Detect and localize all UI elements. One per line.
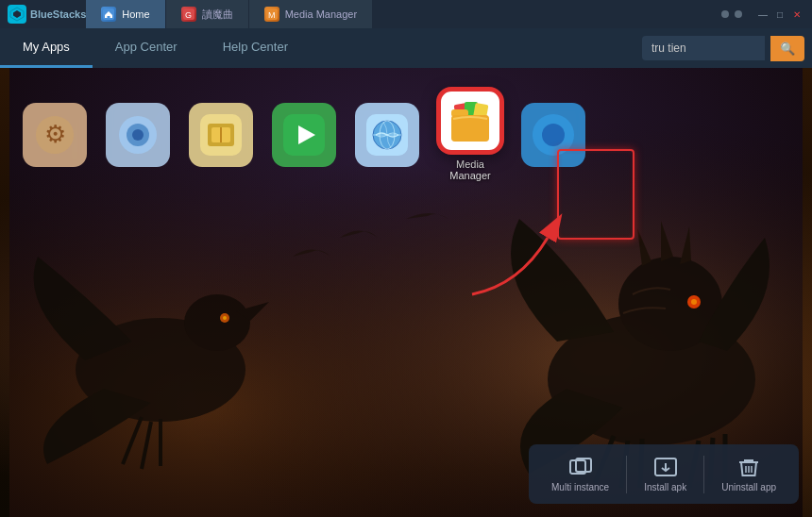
title-tab-media[interactable]: M Media Manager — [249, 0, 373, 28]
toolbar-divider-2 — [703, 456, 704, 493]
install-apk-label: Install apk — [644, 482, 686, 492]
brand-name: BlueStacks — [30, 8, 86, 20]
app-icon-2[interactable] — [106, 103, 170, 167]
app-icon-3[interactable] — [189, 103, 253, 167]
title-bar: BlueStacks Home G 讀魔曲 — [0, 0, 812, 28]
app-icon-4-image — [272, 103, 336, 167]
apps-row: ⚙ — [23, 89, 789, 181]
multi-instance-button[interactable]: Multi instance — [540, 452, 620, 496]
app-icon-1[interactable]: ⚙ — [23, 103, 87, 167]
multi-instance-icon — [567, 456, 594, 478]
game-tab-icon: G — [181, 7, 196, 22]
title-tab-game[interactable]: G 讀魔曲 — [166, 0, 249, 28]
app-media-manager[interactable]: Media Manager — [438, 89, 502, 181]
app-icon-1-image: ⚙ — [23, 103, 87, 167]
bottom-toolbar: Multi instance Install apk U — [529, 444, 799, 504]
nav-bar: My Apps App Center Help Center 🔍 — [0, 28, 812, 68]
title-tab-home[interactable]: Home — [86, 0, 165, 28]
app-icon-3-image — [189, 103, 253, 167]
install-apk-icon — [652, 456, 679, 478]
settings-indicator — [735, 10, 742, 18]
nav-tab-appcenter[interactable]: App Center — [93, 28, 200, 68]
app-icon-7[interactable] — [521, 103, 585, 167]
game-tab-label: 讀魔曲 — [202, 8, 233, 22]
media-tab-label: Media Manager — [285, 8, 357, 20]
app-icon-5[interactable] — [355, 103, 419, 167]
search-area: 🔍 — [642, 36, 812, 61]
svg-text:⚙: ⚙ — [44, 120, 66, 148]
main-content: ⚙ — [0, 68, 812, 517]
multi-instance-label: Multi instance — [551, 482, 609, 492]
app-icon-2-image — [106, 103, 170, 167]
uninstall-app-button[interactable]: Uninstall app — [710, 452, 787, 496]
svg-point-40 — [542, 124, 565, 146]
svg-text:G: G — [185, 10, 192, 20]
title-tabs: Home G 讀魔曲 M Media Manager — [86, 0, 719, 28]
home-tab-icon — [101, 7, 116, 22]
app-icon-4[interactable] — [272, 103, 336, 167]
svg-point-22 — [132, 129, 144, 141]
media-manager-icon — [438, 89, 502, 153]
nav-tab-myapps[interactable]: My Apps — [0, 28, 93, 68]
svg-text:M: M — [268, 10, 276, 20]
home-tab-label: Home — [122, 8, 149, 20]
app-icon-5-image — [355, 103, 419, 167]
toolbar-divider-1 — [626, 456, 627, 493]
app-icon-7-image — [521, 103, 585, 167]
search-icon: 🔍 — [780, 42, 795, 56]
network-indicator — [721, 10, 729, 18]
title-bar-left: BlueStacks — [0, 5, 86, 24]
uninstall-icon — [736, 456, 762, 478]
minimize-button[interactable]: — — [755, 8, 770, 21]
window-controls: — □ ✕ — [719, 8, 812, 21]
search-input[interactable] — [642, 36, 765, 60]
search-button[interactable]: 🔍 — [770, 36, 804, 61]
media-tab-icon: M — [264, 7, 279, 22]
media-manager-label: Media Manager — [449, 158, 490, 181]
close-button[interactable]: ✕ — [789, 8, 804, 21]
nav-tab-helpcenter[interactable]: Help Center — [200, 28, 311, 68]
install-apk-button[interactable]: Install apk — [633, 452, 698, 496]
nav-tabs: My Apps App Center Help Center — [0, 28, 642, 68]
maximize-button[interactable]: □ — [772, 8, 787, 21]
bluestacks-logo — [8, 5, 26, 24]
uninstall-label: Uninstall app — [721, 482, 776, 492]
